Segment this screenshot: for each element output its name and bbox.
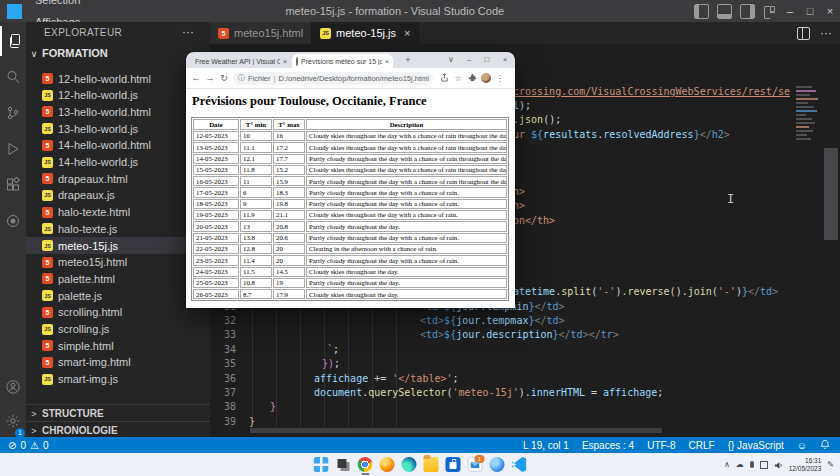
url-text: D:/onedrive/Desktop/formation/meteo15j.h… [278,74,429,83]
forecast-cell: Cloudy skies throughout the day with a c… [306,210,507,220]
back-icon[interactable]: ← [189,73,203,83]
taskbar-clock[interactable]: 16:31 12/05/2023 [789,457,822,472]
forecast-cell: Cloudy skies throughout the day with a c… [306,165,507,175]
browser-maximize-button[interactable]: □ [479,52,495,68]
forecast-row: 12-05-20231016Cloudy skies throughout th… [193,131,507,141]
horizontal-scrollbar-thumb[interactable] [250,428,662,433]
file-explorer-icon[interactable] [424,457,439,472]
chrome-icon[interactable] [358,457,373,472]
forecast-cell: Clearing in the afternoon with a chance … [306,244,507,254]
forecast-cell: 16 [273,131,305,141]
forecast-row: 25-05-202310.819Partly cloudy throughout… [193,278,507,288]
info-icon: ⓘ [238,73,245,83]
cursor-position[interactable]: L 19, col 1 [523,440,569,451]
browser-menu-dots-icon[interactable]: ⋮ [493,74,507,83]
eol-sequence[interactable]: CRLF [689,440,715,451]
forecast-cell: 18-05-2023 [193,199,239,209]
line-number: 37 [214,386,236,400]
vertical-scrollbar[interactable] [822,44,840,437]
forecast-cell: 19.8 [273,199,305,209]
forward-icon[interactable]: → [203,73,217,83]
browser-tab-inactive[interactable]: Free Weather API | Visual Cross × [188,54,291,68]
extensions-puzzle-icon[interactable] [465,73,479,84]
indentation[interactable]: Espaces : 4 [582,440,634,451]
microphone-icon[interactable] [750,461,754,468]
share-icon[interactable] [437,73,451,84]
forecast-row: 17-05-2023618.3Partly cloudy throughout … [193,187,507,197]
speaker-icon[interactable] [774,456,783,474]
code-token: '-' [597,286,615,297]
reload-icon[interactable]: ↻ [217,73,231,83]
task-view-icon[interactable] [336,457,351,472]
line-number: 34 [214,343,236,357]
vscode-taskbar-icon[interactable] [512,457,527,472]
close-tab-icon[interactable]: × [280,58,287,65]
forecast-cell: 20 [273,255,305,265]
code-token: join [688,286,712,297]
forecast-cell: 21.1 [273,210,305,220]
browser-tab-label: Free Weather API | Visual Cross [195,58,280,65]
forecast-row: 18-05-2023919.8Partly cloudy throughout … [193,199,507,209]
feedback-icon[interactable]: ☺ [797,440,807,451]
firefox-icon[interactable] [380,457,395,472]
minimap-line [796,94,810,96]
browser-menu-chevron-icon[interactable]: ∨ [443,52,459,68]
browser-minimize-button[interactable]: – [461,52,477,68]
code-token: </ [700,129,712,140]
code-token: on</th> [513,215,555,226]
status-right: L 19, col 1 Espaces : 4 UTF-8 CRLF {} Ja… [523,439,840,452]
start-button-icon[interactable] [314,457,329,472]
forecast-cell: 19 [273,278,305,288]
browser-close-button[interactable]: × [497,52,513,68]
forecast-row: 26-05-20238.717.9Cloudy skies throughout… [193,289,507,299]
encoding[interactable]: UTF-8 [647,440,675,451]
code-token: ; [657,387,663,398]
system-tray: ∧ ☁ 16:31 12/05/2023 ✎ [724,453,834,476]
mail-badge: 1 [475,455,485,463]
clock-time: 16:31 [805,457,821,464]
forecast-cell: Partly cloudy throughout the day with a … [306,187,507,197]
edge-icon[interactable] [402,457,417,472]
forecast-cell: 17.2 [273,142,305,152]
code-token: td [426,329,438,340]
forecast-cell: 12.8 [240,244,272,254]
onedrive-cloud-icon[interactable]: ☁ [736,460,744,469]
code-token: ${ [531,129,543,140]
vertical-scrollbar-thumb[interactable] [824,148,838,240]
display-cast-icon[interactable] [760,461,768,469]
bookmark-star-icon[interactable]: ☆ [451,74,465,83]
notifications-pen-icon[interactable]: ✎ [827,460,834,469]
language-mode[interactable]: {} JavaScript [728,440,784,451]
minimap-line [796,134,807,136]
problems-status[interactable]: ⊘ 0 ⚠ 0 [0,440,48,451]
browser-profile-avatar[interactable] [481,73,491,83]
code-token: ; [333,344,339,355]
code-token: </ [534,301,546,312]
clock-date: 12/05/2023 [789,465,822,472]
close-tab-icon[interactable]: × [382,58,389,65]
forecast-cell: 8.7 [240,289,272,299]
forecast-cell: 23-05-2023 [193,255,239,265]
browser-tab-strip: Free Weather API | Visual Cross × Prévis… [186,52,515,68]
forecast-cell: 21-05-2023 [193,233,239,243]
code-line: .json(); [513,113,561,127]
forecast-cell: 14-05-2023 [193,154,239,164]
minimap[interactable] [793,44,822,437]
tray-chevron-up-icon[interactable]: ∧ [724,460,730,469]
microsoft-store-icon[interactable] [446,457,461,472]
indent-guide [252,298,253,426]
notifications-bell-icon[interactable] [820,439,830,452]
browser-tab-active[interactable]: Prévisions météo sur 15 jours × [292,54,393,68]
code-line: } [270,400,276,414]
code-token: document [314,387,362,398]
code-token: } [270,401,276,412]
forecast-cell: 20.6 [273,233,305,243]
forecast-cell: 26-05-2023 [193,289,239,299]
new-tab-button[interactable]: + [402,54,414,66]
forecast-cell: 10.8 [240,278,272,288]
copilot-icon[interactable] [490,457,505,472]
mail-icon[interactable]: 1 [468,457,483,472]
address-bar[interactable]: ⓘ Fichier | D:/onedrive/Desktop/formatio… [233,72,433,85]
code-token: () [670,286,682,297]
code-token: ; [334,358,340,369]
